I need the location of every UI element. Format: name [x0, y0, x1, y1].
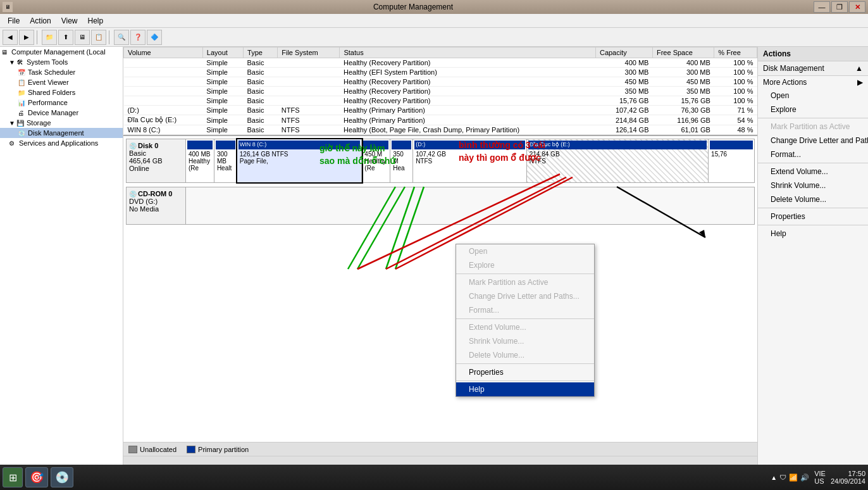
table-row[interactable]: Simple Basic Healthy (EFI System Partiti…: [124, 68, 757, 77]
ctx-sep1: [758, 118, 868, 118]
disk-table-container: Volume Layout Type File System Status Ca…: [123, 47, 757, 135]
ctx-help[interactable]: Help: [758, 227, 868, 241]
taskbar-app-2[interactable]: 💿: [51, 467, 73, 487]
table-row[interactable]: WIN 8 (C:) Simple Basic NTFS Healthy (Bo…: [124, 125, 757, 135]
actions-header: Actions: [758, 47, 868, 61]
table-row[interactable]: Đĩa Cục bộ (E:) Simple Basic NTFS Health…: [124, 115, 757, 125]
menu-action[interactable]: Action: [25, 15, 56, 27]
ctx-small-sep3: [456, 363, 594, 364]
disk-0-row: 💿 Disk 0 Basic 465,64 GB Online 400 MB: [126, 139, 755, 183]
disk-0-info: 💿 Disk 0 Basic 465,64 GB Online: [126, 139, 186, 183]
toolbar-btn-4[interactable]: ⬆: [58, 30, 73, 45]
task-scheduler-icon: 📅: [18, 69, 27, 76]
cdrom-0-partitions: [186, 187, 755, 225]
legend-unallocated: Unallocated: [128, 446, 177, 453]
table-row[interactable]: Simple Basic Healthy (Recovery Partition…: [124, 96, 757, 106]
sidebar-item-event-viewer[interactable]: 📋 Event Viewer: [0, 77, 123, 87]
sidebar-item-performance[interactable]: 📊 Performance: [0, 97, 123, 108]
toolbar-btn-2[interactable]: ▶: [19, 30, 34, 45]
ctx-shrink[interactable]: Shrink Volume...: [758, 179, 868, 192]
partition-win8c[interactable]: WIN 8 (C:) 126,14 GB NTFS Page File,: [237, 139, 363, 182]
restore-button[interactable]: ❐: [831, 1, 848, 13]
sidebar-item-system-tools[interactable]: ▼ 🛠 System Tools: [0, 57, 123, 67]
sidebar-item-disk-management[interactable]: 💿 Disk Management: [0, 128, 123, 138]
toolbar-btn-9[interactable]: 🔷: [147, 30, 162, 45]
table-row[interactable]: Simple Basic Healthy (Recovery Partition…: [124, 58, 757, 68]
ctx-small-extend: Extend Volume...: [456, 320, 594, 334]
legend-primary: Primary partition: [187, 446, 249, 453]
systray: ▲ 🛡 📶 🔊: [771, 474, 809, 482]
chevron-icon[interactable]: ▲: [771, 474, 777, 481]
menu-help[interactable]: Help: [83, 15, 109, 27]
cdrom-0-row: 💿 CD-ROM 0 DVD (G:) No Media: [126, 187, 755, 225]
close-button[interactable]: ✕: [849, 1, 865, 13]
storage-icon: 💾: [16, 120, 25, 127]
ctx-small-shrink: Shrink Volume...: [456, 334, 594, 348]
toolbar: ◀ ▶ 📁 ⬆ 🖥 📋 🔍 ❓ 🔷: [0, 28, 868, 47]
main-layout: 🖥 Computer Management (Local ▼ 🛠 System …: [0, 47, 868, 465]
window-title: Computer Management: [13, 3, 814, 11]
ctx-small-open[interactable]: Open: [456, 244, 594, 258]
ctx-sep3: [758, 208, 868, 208]
ctx-small-change-drive: Change Drive Letter and Paths...: [456, 289, 594, 303]
toolbar-sep-2: [109, 30, 111, 44]
volume-icon: 🔊: [800, 474, 809, 482]
sidebar-item-services[interactable]: ⚙ Services and Applications: [0, 138, 123, 148]
ctx-small-explore[interactable]: Explore: [456, 258, 594, 272]
toolbar-btn-3[interactable]: 📁: [42, 30, 57, 45]
disk-0-partitions: 400 MB Healthy (Re 300 MB Healt: [186, 139, 755, 183]
partition-400mb[interactable]: 400 MB Healthy (Re: [186, 139, 214, 182]
ctx-small-sep4: [456, 380, 594, 381]
status-bar: Unallocated Primary partition: [123, 442, 757, 456]
taskbar-app-1[interactable]: 🎯: [25, 467, 48, 487]
ctx-delete[interactable]: Delete Volume...: [758, 192, 868, 206]
arrow-right-icon: ▶: [857, 78, 863, 87]
ctx-explore[interactable]: Explore: [758, 103, 868, 116]
table-row[interactable]: Simple Basic Healthy (Recovery Partition…: [124, 87, 757, 96]
shared-folders-icon: 📁: [18, 89, 27, 96]
sidebar-root[interactable]: 🖥 Computer Management (Local: [0, 47, 123, 57]
ctx-properties[interactable]: Properties: [758, 210, 868, 223]
actions-disk-mgmt-header: Disk Management ▲: [758, 61, 868, 76]
toolbar-btn-8[interactable]: ❓: [130, 30, 146, 45]
toolbar-btn-5[interactable]: 🖥: [75, 30, 90, 45]
ctx-mark-active: Mark Partition as Active: [758, 120, 868, 134]
ctx-small-delete: Delete Volume...: [456, 348, 594, 362]
menu-file[interactable]: File: [3, 15, 25, 27]
partition-350mb[interactable]: 350 M Hea: [390, 139, 413, 182]
ctx-change-drive[interactable]: Change Drive Letter and Paths...: [758, 134, 868, 148]
actions-panel: Actions Disk Management ▲ More Actions ▶…: [757, 47, 868, 465]
partition-15gb[interactable]: 15,76: [709, 139, 754, 182]
sidebar-item-storage[interactable]: ▼ 💾 Storage: [0, 118, 123, 128]
system-tools-icon: 🛠: [16, 59, 25, 66]
context-menu-small: Open Explore Mark Partition as Active Ch…: [456, 244, 595, 397]
ctx-small-mark-active: Mark Partition as Active: [456, 275, 594, 289]
taskbar-right: ▲ 🛡 📶 🔊 VIE US 17:50 24/09/2014: [771, 470, 865, 485]
toolbar-btn-6[interactable]: 📋: [91, 30, 106, 45]
table-row[interactable]: (D:) Simple Basic NTFS Healthy (Primary …: [124, 106, 757, 115]
taskbar-start[interactable]: ⊞: [3, 467, 23, 487]
ctx-open[interactable]: Open: [758, 89, 868, 103]
ctx-extend[interactable]: Extend Volume...: [758, 165, 868, 179]
ctx-small-properties[interactable]: Properties: [456, 365, 594, 379]
partition-d[interactable]: (D:) 107,42 GB NTFS: [413, 139, 527, 182]
sidebar-item-task-scheduler[interactable]: 📅 Task Scheduler: [0, 67, 123, 77]
partition-300mb[interactable]: 300 MB Healt: [214, 139, 237, 182]
ctx-format[interactable]: Format...: [758, 148, 868, 161]
actions-more[interactable]: More Actions ▶: [758, 76, 868, 89]
disk-table: Volume Layout Type File System Status Ca…: [123, 47, 757, 135]
legend-unallocated-box: [128, 446, 137, 453]
context-menu-main: Open Explore Mark Partition as Active Ch…: [758, 89, 868, 241]
toolbar-btn-1[interactable]: ◀: [3, 30, 18, 45]
partition-450mb[interactable]: 450 M Healthy (Re: [362, 139, 390, 182]
toolbar-btn-7[interactable]: 🔍: [114, 30, 129, 45]
menu-view[interactable]: View: [56, 15, 83, 27]
sidebar-item-shared-folders[interactable]: 📁 Shared Folders: [0, 87, 123, 97]
sidebar-item-device-manager[interactable]: 🖨 Device Manager: [0, 108, 123, 118]
minimize-button[interactable]: —: [814, 1, 830, 13]
partition-e[interactable]: Đĩa Cục bộ (E:) 214,84 GB NTFS: [527, 139, 709, 182]
ctx-small-help[interactable]: Help: [456, 382, 594, 396]
lang-display: VIE US: [814, 470, 826, 485]
scrollbar-horizontal[interactable]: [123, 456, 757, 465]
table-row[interactable]: Simple Basic Healthy (Recovery Partition…: [124, 77, 757, 87]
